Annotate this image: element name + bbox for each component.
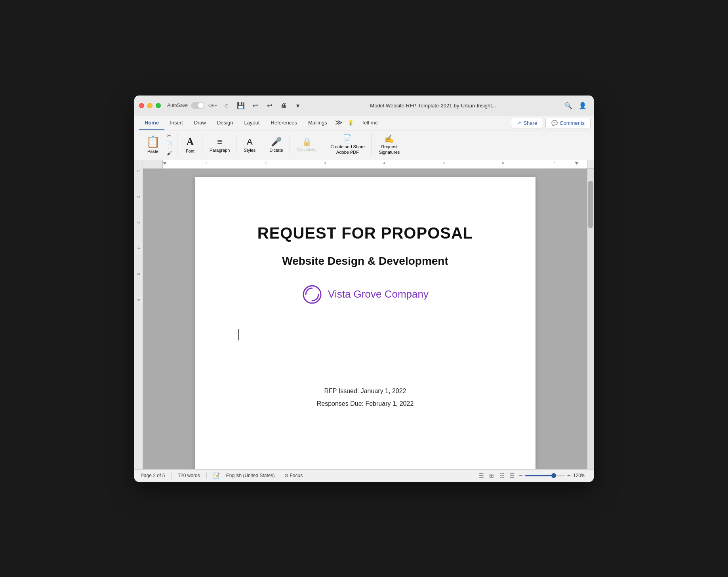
comments-button[interactable]: 💬 Comments bbox=[545, 118, 591, 128]
styles-label: Styles bbox=[244, 148, 255, 153]
page-info[interactable]: Page 2 of 5 bbox=[141, 473, 165, 478]
autosave-state: OFF bbox=[208, 103, 217, 108]
tab-draw[interactable]: Draw bbox=[189, 117, 212, 130]
tab-references[interactable]: References bbox=[265, 117, 303, 130]
horizontal-ruler: 1 2 3 4 5 6 7 bbox=[143, 160, 594, 169]
tab-mailings[interactable]: Mailings bbox=[303, 117, 333, 130]
zoom-minus[interactable]: − bbox=[519, 472, 522, 479]
responses-due: Responses Due: February 1, 2022 bbox=[317, 397, 414, 410]
redo-icon[interactable]: ↩ bbox=[263, 99, 276, 112]
tab-home[interactable]: Home bbox=[139, 117, 164, 130]
cut-icon[interactable]: ✂ bbox=[164, 132, 174, 140]
status-divider-2 bbox=[206, 472, 207, 479]
print-icon[interactable]: 🖨 bbox=[277, 99, 290, 112]
spell-check[interactable]: 📝 bbox=[213, 472, 220, 479]
font-icon: A bbox=[187, 136, 194, 148]
font-button[interactable]: A Font bbox=[181, 134, 199, 155]
create-pdf-button[interactable]: 📄 Create and ShareAdobe PDF bbox=[327, 132, 368, 156]
word-count[interactable]: 720 words bbox=[178, 473, 200, 478]
sensitivity-label: Sensitivity bbox=[297, 147, 317, 152]
zoom-level[interactable]: 120% bbox=[573, 473, 587, 478]
font-group: A Font bbox=[178, 134, 202, 155]
outline-view-icon[interactable]: ☷ bbox=[497, 471, 506, 480]
dictate-label: Dictate bbox=[269, 148, 283, 153]
paste-button[interactable]: 📋 Paste bbox=[142, 134, 164, 155]
sensitivity-button: 🔒 Sensitivity bbox=[294, 136, 320, 154]
filename: Model-Website-RFP-Template-2021-by-Urban… bbox=[307, 103, 559, 109]
document-subtitle: Website Design & Development bbox=[282, 255, 448, 267]
paste-icon: 📋 bbox=[146, 135, 160, 148]
signatures-icon: ✍ bbox=[384, 134, 394, 143]
sensitivity-group: 🔒 Sensitivity bbox=[291, 136, 324, 154]
minimize-button[interactable] bbox=[147, 103, 152, 108]
zoom-slider-fill bbox=[525, 475, 554, 476]
titlebar-right-icons: 🔍 👤 bbox=[562, 99, 589, 112]
read-mode-icon[interactable]: ☰ bbox=[508, 471, 516, 480]
zoom-slider[interactable] bbox=[525, 475, 565, 476]
copy-icon[interactable]: 📄 bbox=[164, 141, 174, 149]
document-title: REQUEST FOR PROPOSAL bbox=[257, 224, 473, 242]
comments-label: Comments bbox=[560, 120, 585, 126]
web-view-icon[interactable]: ⊞ bbox=[487, 471, 496, 480]
styles-button[interactable]: A Styles bbox=[240, 135, 259, 154]
ribbon-tabs: Home Insert Draw Design Layout Reference… bbox=[134, 117, 508, 130]
more-icon[interactable]: ▾ bbox=[292, 99, 304, 112]
print-view-icon[interactable]: ☰ bbox=[477, 471, 486, 480]
paragraph-icon: ≡ bbox=[217, 137, 222, 147]
text-cursor bbox=[238, 329, 239, 340]
undo-icon[interactable]: ↩ bbox=[249, 99, 261, 112]
home-icon[interactable]: ⌂ bbox=[220, 99, 233, 112]
paragraph-button[interactable]: ≡ Paragraph bbox=[206, 135, 233, 154]
paste-group: 📋 Paste ✂ 📄 🖌 bbox=[139, 132, 177, 157]
fullscreen-button[interactable] bbox=[156, 103, 161, 108]
tab-layout[interactable]: Layout bbox=[238, 117, 265, 130]
save-icon[interactable]: 💾 bbox=[234, 99, 247, 112]
share-button[interactable]: ↗ Share bbox=[511, 118, 543, 128]
dictate-group: 🎤 Dictate bbox=[263, 135, 290, 154]
focus-mode[interactable]: ⊙ Focus bbox=[284, 473, 303, 478]
dictate-icon: 🎤 bbox=[271, 137, 282, 147]
lightbulb-icon: 💡 bbox=[345, 117, 356, 130]
zoom-plus[interactable]: + bbox=[567, 472, 571, 479]
tab-tell-me[interactable]: Tell me bbox=[356, 117, 383, 130]
close-button[interactable] bbox=[139, 103, 144, 108]
main-area: 1 2 3 4 5 6 1 2 3 4 5 6 bbox=[134, 160, 594, 469]
company-logo-area: Vista Grove Company bbox=[302, 284, 429, 305]
focus-icon: ⊙ bbox=[284, 473, 288, 478]
adobe-pdf-icon: 📄 bbox=[343, 134, 353, 143]
company-name: Vista Grove Company bbox=[328, 288, 429, 300]
format-painter-icon[interactable]: 🖌 bbox=[164, 149, 174, 157]
app-window: AutoSave OFF ⌂ 💾 ↩ ↩ 🖨 ▾ Model-Website-R… bbox=[134, 96, 594, 482]
ribbon: Home Insert Draw Design Layout Reference… bbox=[134, 116, 594, 160]
autosave-toggle[interactable] bbox=[191, 102, 204, 109]
language[interactable]: English (United States) bbox=[226, 473, 275, 478]
language-text: English (United States) bbox=[226, 473, 275, 478]
document-page[interactable]: REQUEST FOR PROPOSAL Website Design & De… bbox=[195, 177, 536, 469]
scrollbar-thumb[interactable] bbox=[588, 181, 593, 228]
font-label: Font bbox=[186, 149, 194, 153]
vertical-scrollbar[interactable] bbox=[587, 169, 594, 469]
account-icon[interactable]: 👤 bbox=[576, 99, 589, 112]
word-count-text: 720 words bbox=[178, 473, 200, 478]
create-pdf-label: Create and ShareAdobe PDF bbox=[330, 144, 365, 155]
document-scroll-area[interactable]: REQUEST FOR PROPOSAL Website Design & De… bbox=[143, 169, 594, 469]
status-divider-1 bbox=[171, 472, 172, 479]
tab-insert[interactable]: Insert bbox=[164, 117, 189, 130]
zoom-slider-thumb[interactable] bbox=[551, 473, 556, 478]
status-bar: Page 2 of 5 720 words 📝 English (United … bbox=[134, 469, 594, 482]
page-content: REQUEST FOR PROPOSAL Website Design & De… bbox=[234, 201, 496, 410]
page-container: REQUEST FOR PROPOSAL Website Design & De… bbox=[143, 169, 587, 469]
page-info-text: Page 2 of 5 bbox=[141, 473, 165, 478]
ribbon-actions: ↗ Share 💬 Comments bbox=[508, 116, 594, 130]
titlebar-icons: ⌂ 💾 ↩ ↩ 🖨 ▾ bbox=[220, 99, 304, 112]
request-signatures-button[interactable]: ✍ RequestSignatures bbox=[375, 132, 403, 156]
search-icon[interactable]: 🔍 bbox=[562, 99, 575, 112]
dictate-button[interactable]: 🎤 Dictate bbox=[266, 135, 286, 154]
comment-icon: 💬 bbox=[551, 120, 558, 126]
paragraph-group: ≡ Paragraph bbox=[203, 135, 236, 154]
tab-design[interactable]: Design bbox=[212, 117, 238, 130]
tab-more[interactable]: ≫ bbox=[333, 117, 345, 130]
ribbon-toolbar: 📋 Paste ✂ 📄 🖌 A Font ≡ bbox=[134, 130, 594, 160]
styles-group: A Styles bbox=[237, 135, 262, 154]
autosave-label: AutoSave bbox=[167, 103, 188, 108]
